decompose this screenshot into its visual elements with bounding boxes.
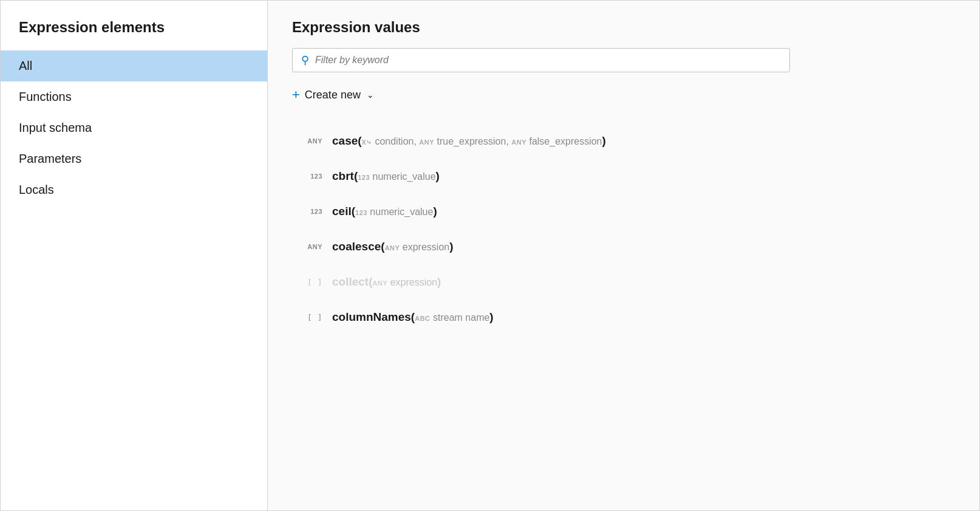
chevron-down-icon: ⌄ (367, 90, 374, 100)
sidebar-item-parameters[interactable]: Parameters (1, 143, 267, 174)
function-signature-ceil: ceil(123 numeric_value) (332, 205, 437, 218)
function-signature-collect: collect(ANY expression) (332, 275, 441, 289)
return-type-coalesce: ANY (292, 243, 322, 250)
main-container: Expression elements All Functions Input … (0, 0, 980, 511)
function-name-columnNames: columnNames( (332, 310, 415, 323)
function-item-columnNames[interactable]: [ ] columnNames(abc stream name) (292, 300, 955, 335)
function-item-coalesce[interactable]: ANY coalesce(ANY expression) (292, 229, 955, 264)
function-name-case: case( (332, 134, 362, 147)
plus-icon: + (292, 88, 300, 101)
return-type-ceil: 123 (292, 208, 322, 215)
function-signature-coalesce: coalesce(ANY expression) (332, 240, 454, 253)
sidebar-item-functions-label: Functions (19, 90, 72, 104)
sidebar-item-functions[interactable]: Functions (1, 81, 267, 112)
function-name-collect: collect( (332, 275, 373, 288)
create-new-label: Create new (305, 89, 361, 101)
sidebar-item-locals[interactable]: Locals (1, 174, 267, 205)
sidebar-item-input-schema[interactable]: Input schema (1, 112, 267, 143)
function-signature-case: case(X⤷ condition, ANY true_expression, … (332, 134, 606, 148)
search-icon: ⚲ (301, 53, 309, 67)
left-panel-title: Expression elements (1, 19, 267, 50)
function-name-ceil: ceil( (332, 205, 355, 218)
search-input[interactable] (315, 55, 781, 66)
sidebar-item-all-label: All (19, 59, 32, 73)
sidebar-item-all[interactable]: All (1, 50, 267, 81)
left-panel: Expression elements All Functions Input … (1, 1, 268, 510)
return-type-collect: [ ] (292, 278, 322, 287)
sidebar-item-locals-label: Locals (19, 183, 54, 197)
return-type-cbrt: 123 (292, 173, 322, 180)
search-box[interactable]: ⚲ (292, 48, 790, 72)
function-name-cbrt: cbrt( (332, 170, 358, 182)
right-panel: Expression values ⚲ + Create new ⌄ ANY c… (268, 1, 979, 510)
function-name-coalesce: coalesce( (332, 240, 385, 253)
function-item-cbrt[interactable]: 123 cbrt(123 numeric_value) (292, 159, 955, 194)
function-item-collect[interactable]: [ ] collect(ANY expression) (292, 264, 955, 300)
function-item-case[interactable]: ANY case(X⤷ condition, ANY true_expressi… (292, 123, 955, 159)
right-panel-title: Expression values (292, 19, 955, 36)
create-new-button[interactable]: + Create new ⌄ (292, 84, 955, 105)
sidebar-item-parameters-label: Parameters (19, 152, 81, 166)
function-signature-cbrt: cbrt(123 numeric_value) (332, 170, 440, 183)
return-type-columnNames: [ ] (292, 313, 322, 322)
function-item-ceil[interactable]: 123 ceil(123 numeric_value) (292, 194, 955, 229)
sidebar-item-input-schema-label: Input schema (19, 121, 92, 135)
function-signature-columnNames: columnNames(abc stream name) (332, 310, 494, 324)
function-list: ANY case(X⤷ condition, ANY true_expressi… (292, 123, 955, 335)
return-type-case: ANY (292, 137, 322, 145)
